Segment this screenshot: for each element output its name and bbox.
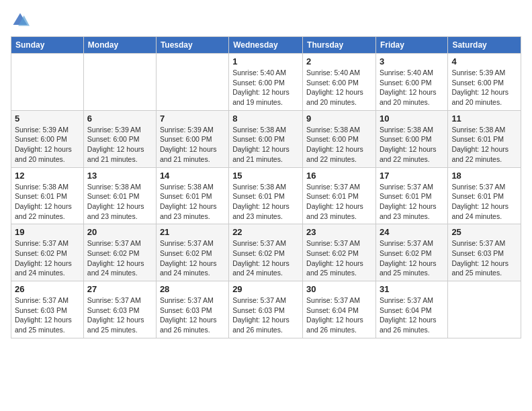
day-number: 14	[160, 171, 225, 181]
day-info: Sunrise: 5:37 AMSunset: 6:02 PMDaylight:…	[380, 238, 444, 278]
calendar-cell-1-2	[83, 54, 156, 111]
calendar-header-thursday: Thursday	[303, 37, 376, 54]
calendar-cell-1-7: 4Sunrise: 5:39 AMSunset: 6:00 PMDaylight…	[448, 54, 521, 111]
calendar-cell-3-2: 13Sunrise: 5:38 AMSunset: 6:01 PMDayligh…	[83, 167, 156, 224]
calendar-cell-3-7: 18Sunrise: 5:37 AMSunset: 6:01 PMDayligh…	[448, 167, 521, 224]
calendar-table: SundayMondayTuesdayWednesdayThursdayFrid…	[11, 36, 521, 338]
day-number: 12	[15, 171, 80, 181]
calendar-cell-4-7: 25Sunrise: 5:37 AMSunset: 6:03 PMDayligh…	[448, 224, 521, 281]
calendar-header-row: SundayMondayTuesdayWednesdayThursdayFrid…	[11, 37, 521, 54]
day-info: Sunrise: 5:37 AMSunset: 6:02 PMDaylight:…	[160, 238, 225, 278]
calendar-cell-5-3: 28Sunrise: 5:37 AMSunset: 6:03 PMDayligh…	[156, 281, 228, 338]
day-number: 23	[306, 227, 372, 237]
day-number: 27	[87, 284, 152, 294]
logo	[11, 11, 32, 30]
day-info: Sunrise: 5:39 AMSunset: 6:00 PMDaylight:…	[15, 125, 80, 165]
day-info: Sunrise: 5:37 AMSunset: 6:01 PMDaylight:…	[306, 182, 372, 222]
calendar-cell-3-5: 16Sunrise: 5:37 AMSunset: 6:01 PMDayligh…	[303, 167, 376, 224]
calendar-cell-4-4: 22Sunrise: 5:37 AMSunset: 6:02 PMDayligh…	[229, 224, 303, 281]
day-info: Sunrise: 5:37 AMSunset: 6:02 PMDaylight:…	[306, 238, 372, 278]
calendar-cell-1-3	[156, 54, 228, 111]
day-info: Sunrise: 5:39 AMSunset: 6:00 PMDaylight:…	[451, 68, 517, 107]
day-info: Sunrise: 5:38 AMSunset: 6:00 PMDaylight:…	[380, 125, 444, 165]
day-number: 2	[306, 56, 372, 66]
day-info: Sunrise: 5:39 AMSunset: 6:00 PMDaylight:…	[160, 125, 225, 165]
day-number: 30	[306, 284, 372, 294]
day-number: 31	[380, 284, 444, 294]
calendar-cell-3-4: 15Sunrise: 5:38 AMSunset: 6:01 PMDayligh…	[229, 167, 303, 224]
calendar-week-5: 26Sunrise: 5:37 AMSunset: 6:03 PMDayligh…	[11, 281, 521, 338]
day-info: Sunrise: 5:37 AMSunset: 6:04 PMDaylight:…	[306, 295, 372, 335]
calendar-cell-4-2: 20Sunrise: 5:37 AMSunset: 6:02 PMDayligh…	[83, 224, 156, 281]
day-number: 7	[160, 113, 225, 124]
day-info: Sunrise: 5:38 AMSunset: 6:01 PMDaylight:…	[15, 182, 80, 222]
calendar-cell-4-5: 23Sunrise: 5:37 AMSunset: 6:02 PMDayligh…	[303, 224, 376, 281]
day-number: 17	[380, 171, 444, 181]
day-number: 4	[451, 56, 517, 66]
calendar-week-2: 5Sunrise: 5:39 AMSunset: 6:00 PMDaylight…	[11, 110, 521, 167]
day-info: Sunrise: 5:37 AMSunset: 6:02 PMDaylight:…	[15, 238, 80, 278]
calendar-header-saturday: Saturday	[448, 37, 521, 54]
page-header	[11, 11, 521, 30]
calendar-week-1: 1Sunrise: 5:40 AMSunset: 6:00 PMDaylight…	[11, 54, 521, 111]
calendar-cell-5-1: 26Sunrise: 5:37 AMSunset: 6:03 PMDayligh…	[11, 281, 84, 338]
day-number: 9	[306, 113, 372, 124]
calendar-header-friday: Friday	[375, 37, 447, 54]
calendar-week-4: 19Sunrise: 5:37 AMSunset: 6:02 PMDayligh…	[11, 224, 521, 281]
calendar-header-tuesday: Tuesday	[156, 37, 228, 54]
day-number: 10	[380, 113, 444, 124]
calendar-header-sunday: Sunday	[11, 37, 84, 54]
calendar-cell-4-6: 24Sunrise: 5:37 AMSunset: 6:02 PMDayligh…	[375, 224, 447, 281]
calendar-cell-2-1: 5Sunrise: 5:39 AMSunset: 6:00 PMDaylight…	[11, 110, 84, 167]
calendar-cell-1-5: 2Sunrise: 5:40 AMSunset: 6:00 PMDaylight…	[303, 54, 376, 111]
day-number: 16	[306, 171, 372, 181]
day-info: Sunrise: 5:38 AMSunset: 6:01 PMDaylight:…	[87, 182, 152, 222]
calendar-header-wednesday: Wednesday	[229, 37, 303, 54]
calendar-cell-4-1: 19Sunrise: 5:37 AMSunset: 6:02 PMDayligh…	[11, 224, 84, 281]
calendar-header-monday: Monday	[83, 37, 156, 54]
day-info: Sunrise: 5:38 AMSunset: 6:01 PMDaylight:…	[451, 125, 517, 165]
calendar-cell-2-6: 10Sunrise: 5:38 AMSunset: 6:00 PMDayligh…	[375, 110, 447, 167]
calendar-cell-2-2: 6Sunrise: 5:39 AMSunset: 6:00 PMDaylight…	[83, 110, 156, 167]
day-number: 18	[451, 171, 517, 181]
day-info: Sunrise: 5:37 AMSunset: 6:04 PMDaylight:…	[380, 295, 444, 335]
calendar-cell-5-4: 29Sunrise: 5:37 AMSunset: 6:03 PMDayligh…	[229, 281, 303, 338]
day-number: 22	[232, 227, 299, 237]
day-info: Sunrise: 5:37 AMSunset: 6:03 PMDaylight:…	[87, 295, 152, 335]
day-info: Sunrise: 5:37 AMSunset: 6:01 PMDaylight:…	[380, 182, 444, 222]
day-info: Sunrise: 5:38 AMSunset: 6:01 PMDaylight:…	[232, 182, 299, 222]
day-info: Sunrise: 5:37 AMSunset: 6:03 PMDaylight:…	[160, 295, 225, 335]
calendar-cell-3-1: 12Sunrise: 5:38 AMSunset: 6:01 PMDayligh…	[11, 167, 84, 224]
calendar-cell-5-5: 30Sunrise: 5:37 AMSunset: 6:04 PMDayligh…	[303, 281, 376, 338]
day-info: Sunrise: 5:37 AMSunset: 6:03 PMDaylight:…	[232, 295, 299, 335]
calendar-cell-2-4: 8Sunrise: 5:38 AMSunset: 6:00 PMDaylight…	[229, 110, 303, 167]
day-number: 8	[232, 113, 299, 124]
day-info: Sunrise: 5:40 AMSunset: 6:00 PMDaylight:…	[306, 68, 372, 107]
day-number: 28	[160, 284, 225, 294]
day-info: Sunrise: 5:38 AMSunset: 6:01 PMDaylight:…	[160, 182, 225, 222]
calendar-cell-2-5: 9Sunrise: 5:38 AMSunset: 6:00 PMDaylight…	[303, 110, 376, 167]
day-number: 20	[87, 227, 152, 237]
day-number: 13	[87, 171, 152, 181]
calendar-cell-2-7: 11Sunrise: 5:38 AMSunset: 6:01 PMDayligh…	[448, 110, 521, 167]
day-info: Sunrise: 5:38 AMSunset: 6:00 PMDaylight:…	[232, 125, 299, 165]
calendar-cell-3-6: 17Sunrise: 5:37 AMSunset: 6:01 PMDayligh…	[375, 167, 447, 224]
day-number: 26	[15, 284, 80, 294]
calendar-cell-5-6: 31Sunrise: 5:37 AMSunset: 6:04 PMDayligh…	[375, 281, 447, 338]
calendar-week-3: 12Sunrise: 5:38 AMSunset: 6:01 PMDayligh…	[11, 167, 521, 224]
day-info: Sunrise: 5:37 AMSunset: 6:02 PMDaylight:…	[87, 238, 152, 278]
day-number: 3	[380, 56, 444, 66]
day-info: Sunrise: 5:37 AMSunset: 6:02 PMDaylight:…	[232, 238, 299, 278]
day-number: 25	[451, 227, 517, 237]
day-info: Sunrise: 5:39 AMSunset: 6:00 PMDaylight:…	[87, 125, 152, 165]
calendar-cell-2-3: 7Sunrise: 5:39 AMSunset: 6:00 PMDaylight…	[156, 110, 228, 167]
day-number: 24	[380, 227, 444, 237]
day-number: 6	[87, 113, 152, 124]
day-number: 29	[232, 284, 299, 294]
day-info: Sunrise: 5:40 AMSunset: 6:00 PMDaylight:…	[380, 68, 444, 107]
logo-icon	[11, 11, 30, 30]
day-number: 1	[232, 56, 299, 66]
day-info: Sunrise: 5:37 AMSunset: 6:03 PMDaylight:…	[15, 295, 80, 335]
day-number: 5	[15, 113, 80, 124]
calendar-cell-1-6: 3Sunrise: 5:40 AMSunset: 6:00 PMDaylight…	[375, 54, 447, 111]
